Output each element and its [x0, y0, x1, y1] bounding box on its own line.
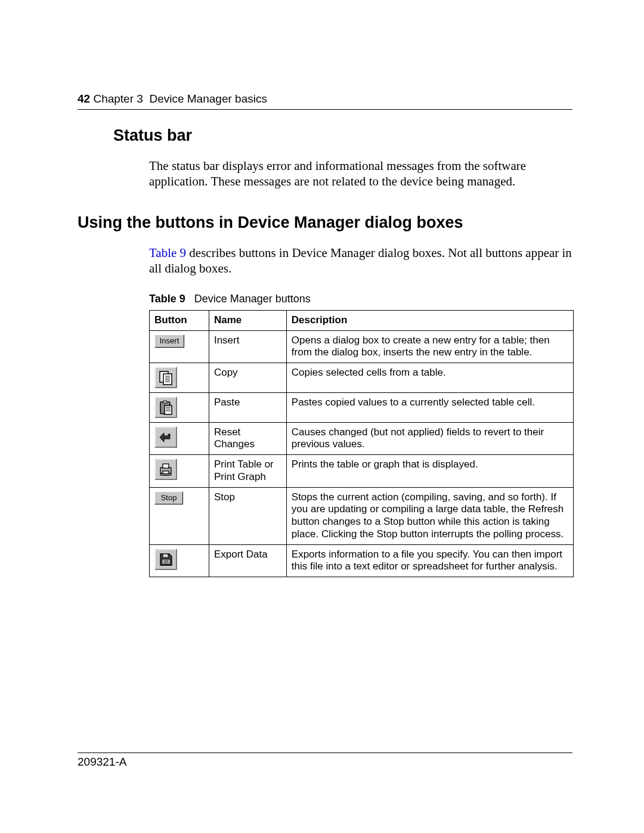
col-header-description: Description: [286, 311, 573, 331]
button-description: Exports information to a file you specif…: [286, 544, 573, 577]
export-data-button[interactable]: [154, 549, 177, 570]
insert-button[interactable]: Insert: [154, 335, 184, 348]
button-cell: [150, 455, 209, 487]
running-header: 42 Chapter 3 Device Manager basics: [78, 92, 572, 110]
table-row: Paste Pastes copied values to a currentl…: [150, 392, 574, 422]
col-header-name: Name: [209, 311, 286, 331]
table-row: Export Data Exports information to a fil…: [150, 544, 574, 577]
back-arrow-icon: [158, 429, 174, 445]
button-name: Paste: [209, 392, 286, 422]
button-description: Prints the table or graph that is displa…: [286, 455, 573, 487]
button-description: Causes changed (but not applied) fields …: [286, 422, 573, 454]
button-description: Opens a dialog box to create a new entry…: [286, 330, 573, 363]
button-description: Stops the current action (compiling, sav…: [286, 487, 573, 544]
chapter-label: Chapter 3: [93, 92, 143, 105]
insert-button-label: Insert: [160, 336, 179, 346]
print-button[interactable]: [154, 459, 177, 480]
stop-button[interactable]: Stop: [154, 491, 183, 504]
button-description: Pastes copied values to a currently sele…: [286, 392, 573, 422]
svg-rect-15: [160, 473, 171, 475]
using-buttons-intro: Table 9 describes buttons in Device Mana…: [149, 245, 572, 277]
device-manager-buttons-table: Button Name Description Insert Insert Op…: [149, 310, 574, 577]
svg-rect-16: [163, 554, 168, 558]
table-row: Reset Changes Causes changed (but not ap…: [150, 422, 574, 454]
using-buttons-intro-rest: describes buttons in Device Manager dial…: [149, 246, 572, 275]
button-description: Copies selected cells from a table.: [286, 363, 573, 393]
printer-icon: [158, 462, 174, 477]
button-cell: [150, 422, 209, 454]
svg-rect-7: [163, 401, 167, 403]
stop-button-label: Stop: [161, 493, 177, 503]
chapter-title: Device Manager basics: [149, 92, 267, 105]
table-caption-label: Table 9: [149, 293, 185, 305]
button-name: Insert: [209, 330, 286, 363]
page-number: 42: [78, 92, 90, 105]
table-row: Copy Copies selected cells from a table.: [150, 363, 574, 393]
copy-button[interactable]: [154, 367, 177, 388]
table-header-row: Button Name Description: [150, 311, 574, 331]
heading-using-buttons: Using the buttons in Device Manager dial…: [78, 213, 572, 232]
button-name: Stop: [209, 487, 286, 544]
table-row: Stop Stop Stops the current action (comp…: [150, 487, 574, 544]
col-header-button: Button: [150, 311, 209, 331]
copy-icon: [158, 370, 174, 385]
floppy-disk-icon: [158, 552, 174, 567]
button-name: Copy: [209, 363, 286, 393]
svg-rect-13: [163, 464, 169, 468]
button-name: Print Table or Print Graph: [209, 455, 286, 487]
svg-rect-8: [165, 405, 172, 414]
table-caption-title: Device Manager buttons: [194, 293, 311, 305]
document-number: 209321-A: [78, 755, 572, 769]
button-name: Reset Changes: [209, 422, 286, 454]
button-cell: Stop: [150, 487, 209, 544]
button-cell: Insert: [150, 330, 209, 363]
button-cell: [150, 363, 209, 393]
svg-rect-1: [163, 374, 172, 385]
table-row: Insert Insert Opens a dialog box to crea…: [150, 330, 574, 363]
paste-icon: [158, 400, 174, 415]
paste-button[interactable]: [154, 397, 177, 418]
status-bar-paragraph: The status bar displays error and inform…: [149, 158, 572, 190]
heading-status-bar: Status bar: [113, 126, 572, 145]
table-caption: Table 9 Device Manager buttons: [149, 293, 572, 305]
page: 42 Chapter 3 Device Manager basics Statu…: [0, 0, 644, 833]
reset-changes-button[interactable]: [154, 426, 177, 448]
button-cell: [150, 392, 209, 422]
button-cell: [150, 544, 209, 577]
table-9-crossref[interactable]: Table 9: [149, 246, 186, 260]
button-name: Export Data: [209, 544, 286, 577]
footer-rule: [78, 753, 572, 753]
table-row: Print Table or Print Graph Prints the ta…: [150, 455, 574, 487]
page-footer: 209321-A: [78, 753, 572, 769]
